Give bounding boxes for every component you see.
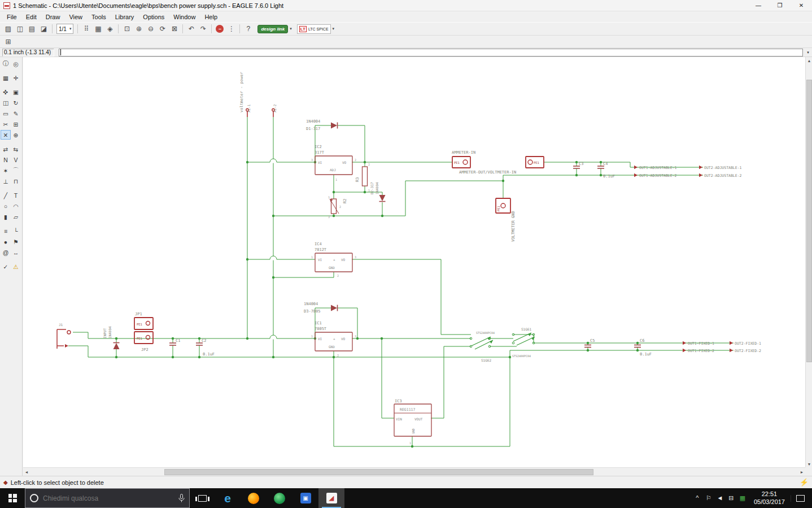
schematic-drawing[interactable]: OUT1-ADJUSTABLE-1OUT2-ADJUSTABLE-1OUT1-A… (23, 57, 805, 467)
output-flag-label[interactable]: OUT1-ADJUSTABLE-2 (639, 173, 677, 178)
menu-view[interactable]: View (64, 12, 87, 21)
schematic-label[interactable]: 0.1uF (640, 352, 652, 357)
schematic-label[interactable]: C2 (202, 338, 206, 343)
print-button[interactable]: ▤ (26, 23, 38, 34)
tool-mark[interactable]: ✛ (11, 73, 21, 83)
pe-circle[interactable] (528, 160, 532, 164)
junction-dot[interactable] (502, 180, 504, 182)
app-eagle-button[interactable]: ◢ (318, 488, 344, 508)
schematic-label[interactable]: AMMETER-IN (452, 150, 475, 155)
schematic-label[interactable]: + (333, 337, 335, 341)
pe-circle[interactable] (463, 160, 468, 164)
tool-miter[interactable]: ⌒ (11, 166, 21, 175)
output-flag-label[interactable]: OUT1-FIXED-1 (688, 341, 714, 346)
help-button[interactable]: ? (242, 23, 254, 34)
component-box[interactable] (315, 156, 352, 175)
diode[interactable] (331, 305, 337, 311)
output-flag-icon[interactable] (683, 341, 686, 345)
scroll-left-arrow[interactable]: ◄ (23, 468, 30, 475)
schematic-label[interactable]: JP2 (141, 348, 149, 352)
schematic-label[interactable]: 0.1uF (603, 174, 615, 179)
schematic-label[interactable]: VOUT (414, 417, 423, 421)
schematic-label[interactable]: D3-7805 (304, 309, 321, 314)
scroll-right-arrow[interactable]: ► (798, 468, 805, 475)
junction-dot[interactable] (333, 191, 335, 193)
schematic-label[interactable]: 0.1uF (203, 352, 215, 357)
undo-button[interactable]: ↶ (185, 23, 197, 34)
display-layers-button[interactable]: ▦ (92, 23, 104, 34)
schematic-label[interactable]: D2-317 (370, 182, 374, 194)
tool-erc[interactable]: ✓ (1, 262, 11, 271)
menu-library[interactable]: Library (111, 12, 139, 21)
vertical-scroll-thumb[interactable] (806, 80, 812, 362)
tool-copy[interactable]: ▣ (11, 87, 21, 97)
output-flag-icon[interactable] (699, 166, 702, 169)
junction-dot[interactable] (272, 215, 274, 217)
menu-file[interactable]: File (2, 12, 21, 21)
schematic-label[interactable]: 1N4004 (306, 119, 320, 124)
cam-processor-button[interactable]: ◪ (38, 23, 50, 34)
command-history-dropdown[interactable]: ▾ (804, 50, 812, 55)
tool-dimension[interactable]: ↔ (11, 248, 21, 257)
tool-net[interactable]: └ (11, 226, 21, 236)
schematic-label[interactable]: 317T (315, 150, 325, 155)
tool-wire[interactable]: ╱ (1, 190, 11, 200)
save-button[interactable]: ◫ (14, 23, 26, 34)
horizontal-scroll-thumb[interactable] (164, 469, 593, 475)
schematic-label[interactable]: R3 (355, 177, 360, 182)
tool-invoke[interactable]: ⊓ (11, 176, 21, 186)
output-flag-label[interactable]: OUT2-ADJUSTABLE-2 (704, 173, 742, 178)
vertical-scrollbar[interactable]: ▲ ▼ (805, 57, 812, 467)
menu-help[interactable]: Help (200, 12, 222, 21)
schematic-label[interactable]: STS2400PC04 (476, 331, 495, 335)
zoom-out-button[interactable]: ⊖ (145, 23, 156, 34)
schematic-label[interactable]: 1N4004 (108, 326, 112, 338)
output-flag-icon[interactable] (699, 173, 702, 177)
schematic-label[interactable]: REG1117 (400, 407, 415, 412)
schematic-label[interactable]: PE1 (534, 161, 539, 164)
tool-attribute[interactable]: @ (1, 248, 11, 257)
menu-options[interactable]: Options (138, 12, 169, 21)
junction-dot[interactable] (272, 356, 274, 358)
trimmer[interactable] (331, 199, 337, 214)
volume-icon[interactable]: ◄ (714, 494, 726, 502)
app-firefox-button[interactable] (241, 488, 267, 508)
schematic-label[interactable]: VO (342, 160, 347, 164)
maximize-button[interactable]: ❐ (769, 0, 791, 11)
schematic-label[interactable]: + (333, 258, 335, 262)
junction-dot[interactable] (411, 445, 413, 448)
schematic-label[interactable]: ADJ (330, 168, 336, 172)
app-green-button[interactable] (267, 488, 293, 508)
output-flag-icon[interactable] (634, 173, 638, 177)
schematic-label[interactable]: GND (329, 345, 335, 349)
schematic-label[interactable]: R2 (343, 199, 347, 203)
traffic-light-button[interactable]: ⋮ (225, 23, 237, 34)
tool-arc[interactable]: ◠ (11, 201, 21, 211)
tool-rotate[interactable]: ↻ (11, 98, 21, 107)
menu-tools[interactable]: Tools (87, 12, 111, 21)
schematic-label[interactable]: GND (329, 266, 335, 270)
schematic-label[interactable]: GND (412, 428, 415, 434)
close-button[interactable]: ✕ (791, 0, 812, 11)
tool-junction[interactable]: ● (1, 237, 11, 246)
schematic-label[interactable]: 1N4004 (375, 182, 379, 194)
sheet-selector[interactable]: 1/1▾ (56, 24, 73, 34)
junction-dot[interactable] (115, 356, 117, 358)
grid-button[interactable]: ⊞ (2, 36, 14, 47)
junction-dot[interactable] (246, 161, 248, 163)
schematic-label[interactable]: IC1 (315, 321, 322, 325)
schematic-label[interactable]: VOLTMETER GND (511, 211, 516, 242)
command-input[interactable] (61, 49, 802, 56)
eagle-tray-icon[interactable]: ▦ (737, 494, 748, 502)
scroll-up-arrow[interactable]: ▲ (806, 57, 812, 64)
redo-button[interactable]: ↷ (197, 23, 209, 34)
schematic-label[interactable]: C1 (176, 338, 180, 343)
microphone-icon[interactable] (178, 494, 185, 502)
junction-dot[interactable] (272, 276, 274, 279)
tool-group[interactable]: ▭ (1, 108, 11, 118)
schematic-label[interactable]: C5 (590, 338, 595, 343)
schematic-label[interactable]: VI (318, 160, 322, 164)
output-flag-label[interactable]: OUT2-FIXED-2 (735, 349, 761, 353)
zoom-fit-button[interactable]: ⊡ (121, 23, 133, 34)
schematic-label[interactable]: AMMETER-OUT/VOLTMETER-IN (459, 170, 516, 175)
